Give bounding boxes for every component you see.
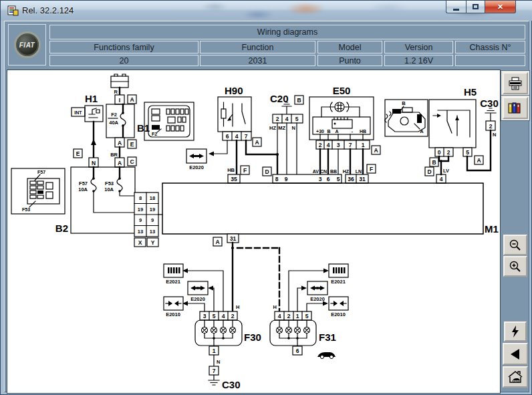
wire-label: LV	[443, 168, 449, 174]
pin-label: 18	[150, 195, 155, 201]
pin-label: 3	[337, 142, 340, 148]
home-button[interactable]	[503, 366, 528, 388]
pin-label: 2	[319, 142, 322, 148]
pin-label: N	[92, 160, 96, 166]
printer-icon	[508, 77, 523, 90]
header-panel: FIAT Wiring diagrams Functions family Fu…	[7, 23, 527, 66]
manuals-button[interactable]	[503, 97, 528, 119]
pin-label: 9	[139, 217, 142, 223]
ref-symbol-e2020	[186, 149, 207, 163]
connector-letter: B	[297, 97, 301, 104]
lightning-icon	[509, 325, 521, 338]
component-label-b1[interactable]: B1	[137, 122, 150, 134]
minimize-icon	[453, 9, 459, 11]
maximize-button[interactable]	[466, 1, 485, 13]
component-h5	[429, 100, 476, 148]
component-label-c30-top[interactable]: C30	[480, 98, 499, 109]
component-label-h5[interactable]: H5	[464, 86, 477, 98]
header-value-model: Punto	[317, 55, 382, 66]
pin-label: 1	[296, 313, 299, 319]
component-label-e50[interactable]: E50	[333, 85, 351, 96]
wiring-flash-button[interactable]	[504, 321, 527, 342]
connector-letter: D	[265, 168, 269, 175]
pin-label: 2	[489, 123, 493, 130]
zoom-in-icon	[509, 260, 522, 273]
fiat-logo: FIAT	[14, 31, 41, 58]
pin-label: 6	[327, 176, 330, 182]
component-label-c30-bottom[interactable]: C30	[222, 379, 241, 390]
pin-label: 5	[213, 313, 216, 319]
wire-label: MZ	[278, 125, 285, 131]
wire-label: N	[217, 359, 220, 365]
component-label-f31[interactable]: F31	[319, 332, 336, 343]
pin-label: 2	[276, 116, 279, 122]
component-label-h1[interactable]: H1	[85, 93, 98, 104]
header-label-version: Version	[384, 41, 453, 53]
h1-switch-icon	[85, 106, 103, 122]
connector-letter: E	[76, 150, 80, 157]
pin-label: 19	[138, 207, 143, 213]
titlebar[interactable]: Rel. 32.2.124 ✕	[1, 1, 532, 21]
connector-letter: B	[432, 159, 436, 166]
header-value-chassis	[455, 55, 525, 66]
home-car-icon	[507, 370, 523, 384]
zoom-out-button[interactable]	[503, 235, 527, 255]
ref-label: E2021	[166, 279, 180, 285]
component-f30	[195, 320, 242, 346]
pin-label: HB	[360, 129, 366, 134]
header-label-function: Function	[200, 41, 315, 53]
pin-label: 5	[305, 313, 309, 319]
logo-cell: FIAT	[8, 24, 46, 65]
wire-label: HZ	[343, 169, 350, 174]
fiat-logo-text: FIAT	[19, 41, 35, 49]
component-m1[interactable]	[162, 183, 483, 234]
pin-label: 13	[150, 229, 155, 235]
component-b2	[71, 167, 135, 233]
pin-label: 4	[278, 313, 281, 319]
ref-label: E2020	[190, 296, 205, 302]
pin-label: 31	[359, 176, 366, 182]
close-button[interactable]: ✕	[485, 1, 516, 13]
component-label-h90[interactable]: H90	[225, 85, 243, 96]
ref-label: E2010	[166, 311, 180, 317]
ref-symbol-e2010	[164, 297, 183, 310]
app-frame: FIAT Wiring diagrams Functions family Fu…	[4, 21, 529, 392]
pin-label: 6	[296, 348, 299, 354]
header-label-functions-family: Functions family	[49, 41, 198, 53]
ref-symbol-e2020	[307, 281, 327, 295]
car-icon	[317, 352, 336, 359]
wire-label: H	[273, 304, 277, 310]
pin-label: 2	[231, 313, 235, 319]
ref-label: E2020	[310, 296, 325, 302]
zoom-in-button[interactable]	[503, 256, 527, 277]
component-label-m1[interactable]: M1	[485, 223, 499, 235]
component-label-b2[interactable]: B2	[55, 223, 68, 234]
connector-letter: X	[138, 239, 142, 246]
pin-label: 7	[213, 368, 216, 374]
diagram-canvas[interactable]: R I A F2 40A B1 A E BR	[7, 70, 501, 394]
back-button[interactable]	[503, 343, 528, 365]
zoom-out-icon	[509, 239, 522, 252]
pin-label: 31	[230, 235, 237, 242]
window-controls: ✕	[446, 1, 516, 13]
minimize-button[interactable]	[446, 1, 466, 13]
pin-label: 2	[447, 149, 450, 156]
print-button[interactable]	[503, 72, 528, 94]
back-icon	[509, 348, 522, 360]
pin-label: 1	[362, 142, 365, 148]
ground-icon	[485, 108, 496, 121]
pin-label: 5	[337, 176, 340, 182]
connector-letter: E	[130, 141, 134, 148]
header-value-functions-family: 20	[49, 55, 198, 66]
wire-label: BR	[110, 152, 118, 158]
app-icon	[7, 5, 19, 16]
fuse-rating: 40A	[109, 120, 118, 126]
inset-fuse-label: F53	[22, 207, 30, 212]
pin-label: 36	[348, 176, 354, 182]
pin-label: -	[352, 129, 354, 134]
pin-label: 9	[151, 217, 154, 223]
component-label-f30[interactable]: F30	[244, 332, 261, 343]
m1-connector-strip	[273, 174, 342, 183]
arrow-right	[323, 269, 329, 273]
fuse-label: F2	[111, 112, 117, 118]
